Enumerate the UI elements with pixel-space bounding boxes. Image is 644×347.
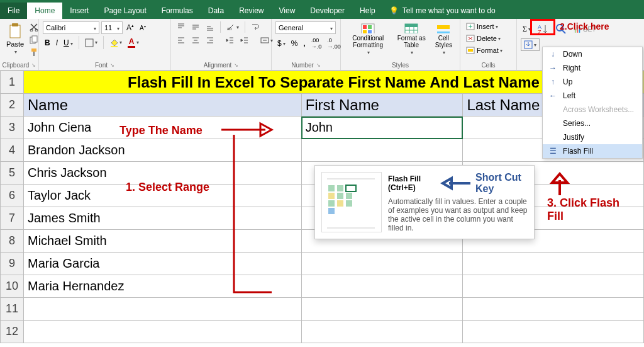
sort-filter-button[interactable]: AZ — [535, 21, 551, 37]
dialog-launcher-icon[interactable]: ↘ — [234, 62, 238, 68]
cell-first[interactable] — [301, 139, 463, 162]
tab-insert[interactable]: Insert — [62, 3, 96, 19]
cell-name[interactable]: Maria Garcia — [23, 253, 301, 275]
cell-empty[interactable] — [463, 298, 644, 321]
align-right-button[interactable] — [204, 35, 216, 46]
row-header-5[interactable]: 5 — [1, 162, 24, 185]
italic-button[interactable]: I — [54, 37, 60, 48]
fill-series-item[interactable]: Series... — [543, 117, 642, 130]
cell-first[interactable] — [301, 275, 463, 298]
cell-empty[interactable] — [301, 321, 463, 343]
cell-name[interactable]: Brandon Jackson — [23, 139, 301, 162]
tab-formulas[interactable]: Formulas — [154, 3, 201, 19]
comma-button[interactable]: , — [301, 38, 307, 49]
col-head-name[interactable]: Name — [23, 94, 301, 117]
format-as-table-button[interactable]: Format as Table — [394, 21, 429, 57]
tab-data[interactable]: Data — [201, 3, 231, 19]
bold-button[interactable]: B — [43, 37, 52, 48]
insert-cells-button[interactable]: Insert — [464, 21, 500, 31]
decrease-decimal-button[interactable]: .0→.00 — [325, 36, 343, 51]
fill-left-item[interactable]: ←Left — [543, 89, 642, 103]
tab-developer[interactable]: Developer — [303, 3, 352, 19]
delete-cells-button[interactable]: Delete — [464, 33, 502, 43]
currency-icon: $ — [277, 39, 282, 48]
percent-button[interactable]: % — [289, 38, 300, 49]
underline-button[interactable]: U — [62, 37, 75, 48]
fill-justify-item[interactable]: Justify — [543, 130, 642, 144]
wrap-text-button[interactable] — [249, 21, 262, 33]
cell-name[interactable]: Taylor Jack — [23, 185, 301, 207]
cell-name[interactable]: John Ciena — [23, 117, 301, 139]
row-header-3[interactable]: 3 — [1, 117, 24, 139]
row-header-8[interactable]: 8 — [1, 230, 24, 253]
cell-empty[interactable] — [23, 321, 301, 343]
cell-name[interactable]: James Smith — [23, 207, 301, 230]
dialog-launcher-icon[interactable]: ↘ — [316, 62, 321, 68]
tab-home[interactable]: Home — [27, 3, 62, 19]
borders-button[interactable] — [83, 37, 99, 48]
row-header-6[interactable]: 6 — [1, 185, 24, 207]
cell-name[interactable]: Michael Smith — [23, 230, 301, 253]
cell-empty[interactable] — [23, 298, 301, 321]
font-size-combo[interactable]: 11 — [101, 21, 123, 34]
increase-decimal-button[interactable]: .00→.0 — [309, 36, 324, 51]
tab-view[interactable]: View — [272, 3, 303, 19]
format-cells-button[interactable]: Format — [464, 45, 504, 55]
cell-empty[interactable] — [301, 298, 463, 321]
cell-name[interactable]: Chris Jackson — [23, 162, 301, 185]
number-format-combo[interactable]: General — [275, 21, 336, 34]
number-format-value: General — [279, 24, 303, 31]
align-middle-button[interactable] — [189, 21, 202, 33]
tab-file[interactable]: File — [0, 3, 27, 19]
accounting-button[interactable]: $ — [275, 38, 287, 49]
align-bottom-button[interactable] — [204, 21, 216, 33]
svg-rect-15 — [363, 30, 367, 33]
row-header-11[interactable]: 11 — [1, 298, 24, 321]
align-left-button[interactable] — [175, 35, 187, 46]
paste-button[interactable]: Paste — [4, 21, 26, 56]
table-row: 10Maria Hernandez — [1, 275, 644, 298]
row-header-10[interactable]: 10 — [1, 275, 24, 298]
tab-page-layout[interactable]: Page Layout — [96, 3, 153, 19]
orientation-button[interactable]: ab — [225, 21, 241, 33]
cell-styles-button[interactable]: Cell Styles — [431, 21, 456, 57]
grow-font-button[interactable]: A▴ — [125, 22, 136, 33]
row-header-2[interactable]: 2 — [1, 94, 24, 117]
autosum-button[interactable]: Σ — [521, 23, 533, 35]
fill-across-label: Across Worksheets... — [563, 105, 634, 114]
row-header-12[interactable]: 12 — [1, 321, 24, 343]
cell-last[interactable] — [463, 253, 644, 275]
row-header-7[interactable]: 7 — [1, 207, 24, 230]
col-head-first[interactable]: First Name — [301, 94, 463, 117]
fill-right-item[interactable]: →Right — [543, 61, 642, 75]
tell-me-search[interactable]: 💡 Tell me what you want to do — [383, 3, 502, 19]
conditional-formatting-button[interactable]: Conditional Formatting — [345, 21, 392, 57]
row-header-9[interactable]: 9 — [1, 253, 24, 275]
dialog-launcher-icon[interactable]: ↘ — [110, 62, 114, 68]
font-color-button[interactable]: A — [126, 36, 142, 49]
cell-first[interactable]: John — [301, 117, 463, 139]
tab-help[interactable]: Help — [352, 3, 383, 19]
svg-rect-6 — [31, 48, 36, 52]
cell-name[interactable]: Maria Hernandez — [23, 275, 301, 298]
cell-last[interactable] — [463, 275, 644, 298]
align-center-button[interactable] — [189, 35, 202, 46]
paste-label: Paste — [6, 40, 24, 48]
tab-review[interactable]: Review — [231, 3, 271, 19]
fill-color-button[interactable] — [108, 37, 124, 48]
copy-icon — [30, 35, 38, 44]
font-name-combo[interactable]: Calibri — [43, 21, 99, 34]
align-top-button[interactable] — [175, 21, 187, 33]
increase-indent-button[interactable] — [238, 35, 251, 46]
cell-first[interactable] — [301, 253, 463, 275]
fill-down-item[interactable]: ↓Down — [543, 47, 642, 61]
shrink-font-button[interactable]: A▾ — [138, 23, 148, 33]
fill-button[interactable] — [521, 38, 540, 51]
fill-flash-item[interactable]: ☰Flash Fill — [543, 144, 642, 158]
row-header-4[interactable]: 4 — [1, 139, 24, 162]
fill-up-item[interactable]: ↑Up — [543, 75, 642, 89]
decrease-indent-button[interactable] — [224, 35, 236, 46]
row-header-1[interactable]: 1 — [1, 71, 24, 94]
cell-empty[interactable] — [463, 321, 644, 343]
dialog-launcher-icon[interactable]: ↘ — [31, 62, 36, 68]
